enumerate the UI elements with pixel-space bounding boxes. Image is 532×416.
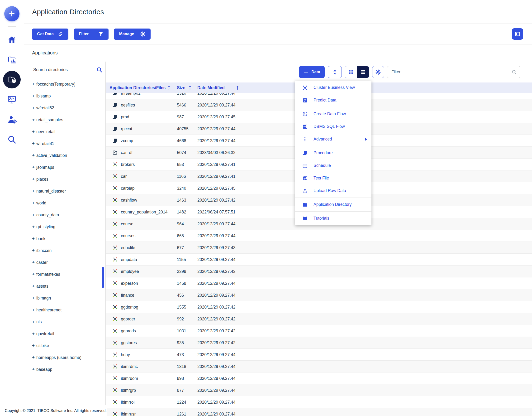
rail-item-search[interactable] xyxy=(0,129,24,149)
tree-item[interactable]: +nls xyxy=(24,316,105,328)
tree-item[interactable]: +ibisamp xyxy=(24,90,105,102)
tree-item[interactable]: +places xyxy=(24,173,105,185)
rail-item-monitor[interactable] xyxy=(0,90,24,109)
table-row[interactable]: courses6652020/12/29 09.27.44 xyxy=(106,230,532,242)
table-row[interactable]: empdata11552020/12/29 09.27.44 xyxy=(106,254,532,266)
tree-item[interactable]: +natural_disaster xyxy=(24,185,105,197)
expand-icon[interactable]: + xyxy=(32,331,35,336)
tree-item[interactable]: +caster xyxy=(24,257,105,268)
add-data-button[interactable]: Data xyxy=(299,66,325,78)
expand-icon[interactable]: + xyxy=(32,117,35,122)
tree-item[interactable]: +baseapp xyxy=(24,364,105,375)
table-row[interactable]: finance4562020/12/29 09.27.44 xyxy=(106,289,532,301)
menu-item-cluster-business-view[interactable]: Cluster Business View xyxy=(295,81,371,94)
table-row[interactable]: ggdemog15552020/12/29 09.27.42 xyxy=(106,301,532,313)
menu-item-procedure[interactable]: Procedure xyxy=(295,147,371,159)
tree-item[interactable]: +rpt_styling xyxy=(24,221,105,233)
tree-item[interactable]: +citibike xyxy=(24,340,105,352)
expand-icon[interactable]: + xyxy=(32,212,35,218)
tree-item[interactable]: +bank xyxy=(24,233,105,245)
expand-icon[interactable]: + xyxy=(32,153,35,158)
expand-icon[interactable]: + xyxy=(32,105,35,110)
table-row[interactable]: ibimrdom8982020/12/29 09.27.44 xyxy=(106,373,532,384)
list-view-button[interactable] xyxy=(357,66,369,78)
expand-icon[interactable]: + xyxy=(32,284,35,289)
search-icon[interactable] xyxy=(96,67,103,73)
table-row[interactable]: ibimrusr12612020/12/29 09.27.44 xyxy=(106,408,532,416)
table-row[interactable]: educfile6772020/12/29 09.27.43 xyxy=(106,242,532,254)
expand-icon[interactable]: + xyxy=(32,165,35,170)
table-row[interactable]: ggprods10312020/12/29 09.27.42 xyxy=(106,325,532,337)
tree-item[interactable]: +foccache(Temporary) xyxy=(24,78,105,90)
tree-item[interactable]: +formatsfexes xyxy=(24,268,105,280)
table-filter-input[interactable] xyxy=(387,66,520,78)
expand-icon[interactable]: + xyxy=(32,248,35,253)
menu-item-dbms-sql-flow[interactable]: sqlDBMS SQL Flow xyxy=(295,120,371,133)
rail-item-admin[interactable] xyxy=(0,109,24,129)
layout-panel-button[interactable] xyxy=(512,28,523,40)
expand-icon[interactable]: + xyxy=(32,93,35,99)
get-data-button[interactable]: Get Data xyxy=(32,29,68,40)
sort-icon[interactable] xyxy=(167,85,171,90)
expand-icon[interactable]: + xyxy=(32,236,35,241)
tree-item[interactable]: +retail_samples xyxy=(24,114,105,126)
tree-item[interactable]: +ibinccen xyxy=(24,245,105,257)
tree-item[interactable]: +county_data xyxy=(24,209,105,221)
expand-icon[interactable]: + xyxy=(32,188,35,194)
expand-icon[interactable]: + xyxy=(32,355,35,360)
expand-icon[interactable]: + xyxy=(32,260,35,265)
tree-item[interactable]: +wfretail81 xyxy=(24,138,105,149)
table-settings-button[interactable] xyxy=(372,66,384,78)
table-row[interactable]: ibimrdmc13182020/12/29 09.27.44 xyxy=(106,361,532,373)
table-row[interactable]: ggstores9352020/12/29 09.27.42 xyxy=(106,337,532,349)
column-header-size[interactable]: Size xyxy=(177,85,185,90)
expand-icon[interactable]: + xyxy=(32,141,35,146)
menu-item-predict-data[interactable]: Predict Data xyxy=(295,94,371,107)
filter-button[interactable]: Filter xyxy=(74,29,109,40)
menu-item-schedule[interactable]: Schedule xyxy=(295,159,371,172)
tree-item[interactable]: +world xyxy=(24,197,105,209)
expand-icon[interactable]: + xyxy=(32,296,35,301)
add-button[interactable] xyxy=(4,6,19,21)
tree-item[interactable]: +active_validation xyxy=(24,149,105,161)
expand-icon[interactable]: + xyxy=(32,272,35,277)
expand-icon[interactable]: + xyxy=(32,367,35,372)
menu-item-application-directory[interactable]: Application Directory xyxy=(295,198,371,211)
collapse-rows-button[interactable] xyxy=(328,66,342,78)
menu-item-advanced[interactable]: Advanced xyxy=(295,133,371,146)
expand-icon[interactable]: + xyxy=(32,319,35,325)
tree-item[interactable]: +qawfretail xyxy=(24,328,105,340)
expand-icon[interactable]: + xyxy=(32,224,35,229)
table-row[interactable]: hday4732020/12/29 09.27.44 xyxy=(106,349,532,361)
column-header-date-modified[interactable]: Date Modified xyxy=(197,85,225,90)
menu-item-text-file[interactable]: Text File xyxy=(295,172,371,184)
expand-icon[interactable]: + xyxy=(32,129,35,134)
table-row[interactable]: ibimrrol12242020/12/29 09.27.44 xyxy=(106,396,532,408)
grid-view-button[interactable] xyxy=(345,66,357,78)
search-directories-field[interactable]: Search directories xyxy=(24,61,105,78)
tree-item[interactable]: +ibimagn xyxy=(24,292,105,304)
tree-item[interactable]: +assets xyxy=(24,280,105,292)
rail-item-home[interactable] xyxy=(0,30,24,50)
menu-item-create-data-flow[interactable]: Create Data Flow xyxy=(295,108,371,120)
rail-item-data[interactable] xyxy=(0,70,24,90)
table-row[interactable]: experson14582020/12/29 09.27.44 xyxy=(106,277,532,289)
expand-icon[interactable]: + xyxy=(32,200,35,206)
expand-icon[interactable]: + xyxy=(32,177,35,182)
tree-item[interactable]: +healthcarenet xyxy=(24,304,105,316)
tree-item[interactable]: +wfretail82 xyxy=(24,102,105,114)
tree-item[interactable]: +jsonmaps xyxy=(24,161,105,173)
rail-item-reports[interactable] xyxy=(0,50,24,70)
menu-item-upload-raw-data[interactable]: Upload Raw Data xyxy=(295,184,371,197)
tree-item[interactable]: +homeapps (users home) xyxy=(24,352,105,364)
table-row[interactable]: employee23982020/12/29 09.27.43 xyxy=(106,266,532,277)
manage-button[interactable]: Manage xyxy=(114,29,150,40)
expand-icon[interactable]: + xyxy=(32,307,35,313)
table-row[interactable]: ibimrgrp8772020/12/29 09.27.44 xyxy=(106,384,532,396)
table-row[interactable]: ggorder9922020/12/29 09.27.42 xyxy=(106,313,532,325)
menu-item-tutorials[interactable]: Tutorials xyxy=(295,212,371,225)
column-header-name[interactable]: Application Directories/Files xyxy=(109,85,166,90)
expand-icon[interactable]: + xyxy=(32,81,35,87)
tree-item[interactable]: +new_retail xyxy=(24,126,105,138)
expand-icon[interactable]: + xyxy=(32,343,35,348)
